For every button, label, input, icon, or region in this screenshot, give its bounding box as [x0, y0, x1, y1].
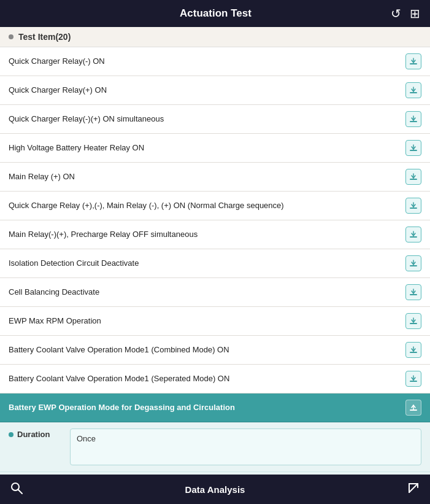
- list-item-text: Quick Charger Relay(+) ON: [9, 85, 401, 96]
- list-item-text: Battery EWP Operation Mode for Degassing…: [9, 403, 401, 413]
- download-button[interactable]: [405, 371, 421, 387]
- download-button[interactable]: [405, 111, 421, 127]
- svg-rect-10: [410, 207, 417, 209]
- grid-icon[interactable]: ⊞: [410, 6, 420, 21]
- list-item[interactable]: Main Relay(-)(+), Precharge Relay OFF si…: [0, 220, 430, 249]
- list-item[interactable]: Quick Charger Relay(-) ON: [0, 47, 430, 76]
- list-item-text: High Voltage Battery Heater Relay ON: [9, 143, 401, 153]
- refresh-icon[interactable]: ↺: [391, 6, 401, 21]
- svg-rect-16: [410, 294, 417, 295]
- header-icons: ↺ ⊞: [391, 6, 420, 21]
- list-item-text: Cell Balancing Deactivate: [9, 287, 401, 298]
- svg-line-28: [409, 484, 418, 492]
- download-button[interactable]: [405, 140, 421, 156]
- download-button[interactable]: [405, 53, 421, 69]
- section-header-text: Test Item(20): [18, 32, 71, 42]
- cursor-icon[interactable]: [407, 481, 420, 498]
- list-item-text: Quick Charger Relay(-)(+) ON simultaneou…: [9, 114, 401, 125]
- list-item[interactable]: EWP Max RPM Operation: [0, 307, 430, 336]
- list-item[interactable]: Battery Coolant Valve Operation Mode1 (C…: [0, 336, 430, 365]
- duration-row: Duration Once: [0, 422, 430, 472]
- svg-rect-22: [410, 381, 417, 382]
- duration-dot: [9, 432, 13, 437]
- list-item[interactable]: Quick Charger Relay(+) ON: [0, 76, 430, 105]
- svg-rect-4: [410, 121, 417, 122]
- download-button[interactable]: [405, 198, 421, 214]
- download-button[interactable]: [405, 255, 421, 271]
- svg-rect-12: [410, 236, 417, 238]
- duration-label-wrap: Duration: [9, 428, 64, 439]
- svg-rect-2: [410, 92, 417, 93]
- list-item-text: Battery Coolant Valve Operation Mode1 (S…: [9, 374, 401, 384]
- search-icon[interactable]: [10, 481, 23, 498]
- list-item-text: Main Relay (+) ON: [9, 172, 401, 182]
- list-item-text: Quick Charger Relay(-) ON: [9, 56, 401, 67]
- detail-panel: Duration Once Condition IG. ON, HEV/EV N…: [0, 422, 430, 475]
- download-button[interactable]: [405, 169, 421, 185]
- duration-value: Once: [70, 428, 421, 465]
- header-title: Actuation Test: [40, 7, 391, 20]
- svg-rect-18: [410, 323, 417, 324]
- section-header: Test Item(20): [0, 27, 430, 47]
- list-item-text: Battery Coolant Valve Operation Mode1 (C…: [9, 345, 401, 355]
- download-button[interactable]: [405, 342, 421, 358]
- list-item[interactable]: Battery Coolant Valve Operation Mode1 (S…: [0, 365, 430, 394]
- bottom-bar-title: Data Analysis: [23, 484, 407, 495]
- download-button[interactable]: [405, 284, 421, 300]
- svg-rect-20: [410, 352, 417, 353]
- list-item[interactable]: High Voltage Battery Heater Relay ON: [0, 134, 430, 163]
- list-item-text: Quick Charge Relay (+),(-), Main Relay (…: [9, 201, 401, 211]
- download-button[interactable]: [405, 227, 421, 242]
- list-item-text: EWP Max RPM Operation: [9, 316, 401, 327]
- test-item-list: Test Item(20) Quick Charger Relay(-) ON …: [0, 27, 430, 475]
- list-item[interactable]: Main Relay (+) ON: [0, 163, 430, 192]
- svg-rect-14: [410, 265, 417, 266]
- upload-button[interactable]: [405, 400, 421, 416]
- duration-label: Duration: [17, 430, 50, 439]
- list-item[interactable]: Quick Charge Relay (+),(-), Main Relay (…: [0, 192, 430, 220]
- bottom-bar: Data Analysis: [0, 475, 430, 504]
- section-dot: [9, 34, 13, 39]
- list-item[interactable]: Battery EWP Operation Mode for Degassing…: [0, 394, 430, 422]
- download-button[interactable]: [405, 313, 421, 329]
- svg-rect-6: [410, 150, 417, 151]
- list-item[interactable]: Cell Balancing Deactivate: [0, 278, 430, 307]
- list-item[interactable]: Quick Charger Relay(-)(+) ON simultaneou…: [0, 105, 430, 134]
- svg-line-27: [18, 489, 23, 494]
- svg-rect-0: [410, 63, 417, 64]
- list-item-text: Main Relay(-)(+), Precharge Relay OFF si…: [9, 230, 401, 240]
- list-item[interactable]: Isolation Detection Circuit Deactivate: [0, 249, 430, 278]
- app-header: Actuation Test ↺ ⊞: [0, 0, 430, 27]
- items-container: Quick Charger Relay(-) ON Quick Charger …: [0, 47, 430, 422]
- svg-rect-8: [410, 179, 417, 180]
- list-item-text: Isolation Detection Circuit Deactivate: [9, 258, 401, 269]
- download-button[interactable]: [405, 82, 421, 98]
